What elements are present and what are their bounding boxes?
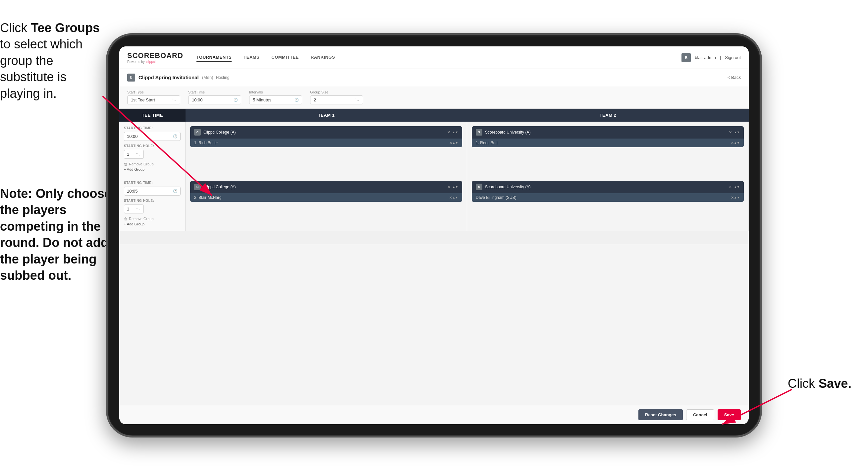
tablet-screen: SCOREBOARD Powered by clippd TOURNAMENTS… xyxy=(119,47,749,424)
player-name-1-2: 2. Blair McHarg xyxy=(194,195,449,200)
table-header-row: Tee Time Team 1 Team 2 xyxy=(119,109,749,122)
start-time-label: Start Time xyxy=(188,90,241,94)
nav-committee[interactable]: COMMITTEE xyxy=(271,53,299,62)
player-row-2-2: Dave Billingham (SUB) ✕ ▲▼ xyxy=(472,193,744,202)
tee-group-row-1: STARTING TIME: 10:00 🕐 STARTING HOLE: 1 … xyxy=(119,122,749,176)
main-content: STARTING TIME: 10:00 🕐 STARTING HOLE: 1 … xyxy=(119,122,749,405)
team2-name-2: Scoreboard University (A) xyxy=(485,185,729,189)
user-avatar: B xyxy=(681,53,691,62)
player-remove-2-1[interactable]: ✕ xyxy=(731,141,734,145)
logo-powered: Powered by clippd xyxy=(127,60,183,64)
team2-header: Team 2 xyxy=(467,109,749,122)
tee-time-cell-1: STARTING TIME: 10:00 🕐 STARTING HOLE: 1 … xyxy=(119,122,186,176)
tee-groups-bold: Tee Groups xyxy=(31,21,100,35)
player-row-1-2: 2. Blair McHarg ✕ ▲▼ xyxy=(190,193,462,202)
group-size-input[interactable]: 2 ⌃⌄ xyxy=(310,95,363,105)
tee-time-header: Tee Time xyxy=(119,109,186,122)
team1-header: Team 1 xyxy=(186,109,467,122)
player-remove-1-1[interactable]: ✕ xyxy=(449,141,452,145)
tee-time-input-1[interactable]: 10:00 🕐 xyxy=(124,132,181,141)
start-time-input[interactable]: 10:00 🕐 xyxy=(188,95,241,105)
start-type-label: Start Type xyxy=(127,90,180,94)
starting-time-label-2: STARTING TIME: xyxy=(124,181,181,185)
player-sort-1-1[interactable]: ▲▼ xyxy=(452,141,458,145)
team1-entry-2: C Clippd College (A) ✕ ▲▼ 2. Blair McHar… xyxy=(190,181,462,202)
team2-remove-icon-1[interactable]: ✕ xyxy=(729,130,732,135)
tee-time-input-2[interactable]: 10:05 🕐 xyxy=(124,186,181,196)
player-sort-2-2[interactable]: ▲▼ xyxy=(734,196,740,199)
team1-header-2: C Clippd College (A) ✕ ▲▼ xyxy=(190,181,462,193)
remove-group-link-1[interactable]: 🗑Remove Group xyxy=(124,162,181,166)
add-group-link-2[interactable]: + Add Group xyxy=(124,222,181,226)
team2-controls-2: ✕ ▲▼ xyxy=(729,185,740,189)
team2-header-2: S Scoreboard University (A) ✕ ▲▼ xyxy=(472,181,744,193)
footer-bar: Reset Changes Cancel Save xyxy=(119,405,749,424)
team1-sort-icon-2[interactable]: ▲▼ xyxy=(452,185,458,188)
starting-hole-label-1: STARTING HOLE: xyxy=(124,144,181,148)
nav-right: B blair admin | Sign out xyxy=(681,53,741,62)
team1-cell-1: C Clippd College (A) ✕ ▲▼ 1. Rich Butler… xyxy=(186,122,467,176)
user-label: blair admin xyxy=(695,55,716,60)
nav-separator: | xyxy=(720,55,721,60)
save-button[interactable]: Save xyxy=(718,409,741,420)
add-group-link-1[interactable]: + Add Group xyxy=(124,167,181,171)
instruction-text-tee-groups: Click Tee Groups to select which group t… xyxy=(0,20,106,102)
tee-group-row-2: STARTING TIME: 10:05 🕐 STARTING HOLE: 1 … xyxy=(119,176,749,231)
team2-controls-1: ✕ ▲▼ xyxy=(729,130,740,135)
tablet-device: SCOREBOARD Powered by clippd TOURNAMENTS… xyxy=(106,33,762,438)
gender-label: (Men) xyxy=(202,75,213,80)
start-time-field: Start Time 10:00 🕐 xyxy=(188,90,241,105)
remove-group-link-2[interactable]: 🗑Remove Group xyxy=(124,217,181,221)
team2-avatar-2: S xyxy=(476,184,483,190)
note-bold: Note: Only choose the players competing … xyxy=(0,186,111,282)
team2-cell-2: S Scoreboard University (A) ✕ ▲▼ Dave Bi… xyxy=(467,176,749,231)
tournament-title: Clippd Spring Invitational xyxy=(138,75,199,80)
intervals-field: Intervals 5 Minutes 🕐 xyxy=(249,90,302,105)
intervals-label: Intervals xyxy=(249,90,302,94)
team1-controls-2: ✕ ▲▼ xyxy=(447,185,458,189)
player-name-1-1: 1. Rich Butler xyxy=(194,141,449,145)
save-bold: Save. xyxy=(819,377,851,390)
settings-row: Start Type 1st Tee Start ⌃⌄ Start Time 1… xyxy=(119,86,749,109)
team1-sort-icon-1[interactable]: ▲▼ xyxy=(452,130,458,134)
team1-header-1: C Clippd College (A) ✕ ▲▼ xyxy=(190,126,462,138)
partial-row xyxy=(119,231,749,244)
player-row-2-1: 1. Rees Britt ✕ ▲▼ xyxy=(472,139,744,147)
team2-name-1: Scoreboard University (A) xyxy=(485,130,729,135)
note-text: Note: Only choose the players competing … xyxy=(0,185,113,284)
start-type-field: Start Type 1st Tee Start ⌃⌄ xyxy=(127,90,180,105)
team1-cell-2: C Clippd College (A) ✕ ▲▼ 2. Blair McHar… xyxy=(186,176,467,231)
player-remove-1-2[interactable]: ✕ xyxy=(449,196,452,200)
nav-tournaments[interactable]: TOURNAMENTS xyxy=(196,53,231,62)
team2-cell-1: S Scoreboard University (A) ✕ ▲▼ 1. Rees… xyxy=(467,122,749,176)
team2-entry-2: S Scoreboard University (A) ✕ ▲▼ Dave Bi… xyxy=(472,181,744,202)
team2-header-1: S Scoreboard University (A) ✕ ▲▼ xyxy=(472,126,744,138)
team2-remove-icon-2[interactable]: ✕ xyxy=(729,185,732,189)
start-type-input[interactable]: 1st Tee Start ⌃⌄ xyxy=(127,95,180,105)
team1-name-2: Clippd College (A) xyxy=(204,185,447,189)
player-row-1-1: 1. Rich Butler ✕ ▲▼ xyxy=(190,139,462,147)
team1-remove-icon-1[interactable]: ✕ xyxy=(447,130,450,135)
player-sort-2-1[interactable]: ▲▼ xyxy=(734,141,740,145)
nav-rankings[interactable]: RANKINGS xyxy=(311,53,335,62)
starting-hole-input-2[interactable]: 1 ⌃⌄ xyxy=(124,204,144,213)
cancel-button[interactable]: Cancel xyxy=(686,409,714,420)
team2-sort-icon-2[interactable]: ▲▼ xyxy=(734,185,740,188)
player-sort-1-2[interactable]: ▲▼ xyxy=(452,196,458,199)
tee-time-cell-2: STARTING TIME: 10:05 🕐 STARTING HOLE: 1 … xyxy=(119,176,186,231)
back-link[interactable]: < Back xyxy=(727,75,741,80)
reset-changes-button[interactable]: Reset Changes xyxy=(639,409,683,420)
intervals-input[interactable]: 5 Minutes 🕐 xyxy=(249,95,302,105)
team1-remove-icon-2[interactable]: ✕ xyxy=(447,185,450,189)
sign-out-link[interactable]: Sign out xyxy=(725,55,741,60)
starting-hole-input-1[interactable]: 1 ⌃⌄ xyxy=(124,150,144,159)
nav-teams[interactable]: TEAMS xyxy=(244,53,259,62)
group-size-label: Group Size xyxy=(310,90,363,94)
sub-header: B Clippd Spring Invitational (Men) Hosti… xyxy=(119,69,749,86)
player-name-2-2: Dave Billingham (SUB) xyxy=(476,195,731,200)
team2-avatar-1: S xyxy=(476,129,483,136)
player-remove-2-2[interactable]: ✕ xyxy=(731,196,734,200)
hosting-badge: Hosting xyxy=(216,75,229,80)
team1-entry-1: C Clippd College (A) ✕ ▲▼ 1. Rich Butler… xyxy=(190,126,462,147)
team2-sort-icon-1[interactable]: ▲▼ xyxy=(734,130,740,134)
